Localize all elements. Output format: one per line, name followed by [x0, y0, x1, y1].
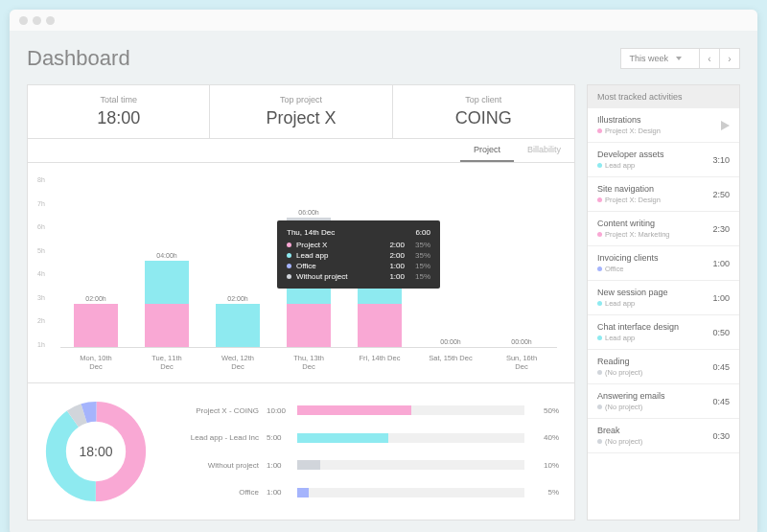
activity-item[interactable]: Invoicing clientsOffice1:00 [588, 246, 739, 281]
donut-chart: 18:00 [43, 399, 149, 504]
app-window: Dashboard This week ‹ › Total time18:00T… [10, 10, 757, 532]
activity-item[interactable]: Chat interface designLead app0:50 [588, 315, 739, 350]
bar-chart: 8h7h6h5h4h3h2h1h 02:00h04:00h02:00h06:00… [27, 163, 575, 383]
breakdown-panel: 18:00 Project X - COING10:0050%Lead app … [27, 383, 575, 520]
bar-column[interactable]: 00:00h [429, 338, 473, 347]
activity-item[interactable]: Answering emails(No project)0:45 [588, 384, 739, 419]
chart-tooltip: Thu, 14th Dec6:00 Project X2:0035%Lead a… [277, 220, 440, 289]
bar-column[interactable]: 04:00h [145, 252, 189, 347]
summary-cards: Total time18:00Top projectProject XTop c… [27, 84, 575, 139]
traffic-light-max[interactable] [46, 16, 55, 25]
activity-item[interactable]: New session pageLead app1:00 [588, 281, 739, 315]
bar-column[interactable]: 02:00h [216, 295, 260, 347]
activity-item[interactable]: IllustrationsProject X: Design [588, 108, 739, 143]
summary-card: Top clientCOING [393, 85, 574, 138]
breakdown-row: Project X - COING10:0050% [168, 405, 559, 415]
breakdown-row: Without project1:0010% [168, 460, 559, 470]
traffic-light-close[interactable] [19, 16, 28, 25]
breakdown-row: Lead app - Lead Inc5:0040% [168, 433, 559, 443]
prev-button[interactable]: ‹ [699, 48, 720, 69]
tab-billability[interactable]: Billability [514, 139, 574, 162]
next-button[interactable]: › [719, 48, 740, 69]
bar-column[interactable]: 00:00h [500, 338, 544, 347]
activities-header: Most tracked activities [588, 85, 739, 108]
period-selector[interactable]: This week [620, 48, 700, 69]
activity-item[interactable]: Break(No project)0:30 [588, 419, 739, 453]
traffic-light-min[interactable] [33, 16, 41, 25]
page-title: Dashboard [27, 46, 130, 71]
activity-item[interactable]: Developer assetsLead app3:10 [588, 143, 739, 177]
tab-project[interactable]: Project [460, 139, 514, 162]
window-titlebar [10, 10, 757, 31]
chevron-down-icon [676, 57, 682, 60]
bar-column[interactable]: 02:00h [74, 295, 118, 347]
activities-panel: Most tracked activities IllustrationsPro… [587, 84, 740, 520]
breakdown-row: Office1:005% [168, 488, 559, 497]
chart-tabs: ProjectBillability [27, 139, 575, 163]
activity-item[interactable]: Site navigationProject X: Design2:50 [588, 177, 739, 212]
period-controls: This week ‹ › [620, 48, 740, 69]
summary-card: Top projectProject X [210, 85, 392, 138]
activity-item[interactable]: Content writingProject X: Marketing2:30 [588, 212, 739, 246]
play-icon[interactable] [721, 121, 730, 130]
activity-item[interactable]: Reading(No project)0:45 [588, 350, 739, 384]
summary-card: Total time18:00 [28, 85, 210, 138]
